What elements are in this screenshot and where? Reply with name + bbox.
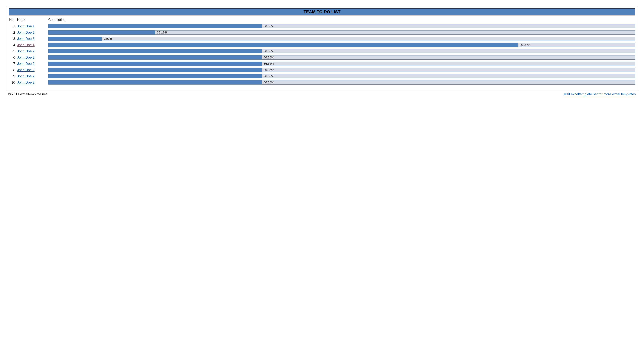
progress-bar-label: 36.36% xyxy=(264,24,274,28)
row-name-cell: John Doe 2 xyxy=(17,48,46,54)
row-completion-cell: 36.36% xyxy=(46,48,635,54)
progress-bar: 36.36% xyxy=(48,80,635,85)
column-header-no: No xyxy=(9,17,17,23)
progress-bar-fill xyxy=(48,74,262,78)
progress-bar-fill xyxy=(48,43,518,47)
row-completion-cell: 18.18% xyxy=(46,29,635,36)
row-name-cell: John Doe 2 xyxy=(17,73,46,79)
progress-bar: 36.36% xyxy=(48,74,635,78)
progress-bar-fill xyxy=(48,31,155,35)
person-link[interactable]: John Doe 2 xyxy=(17,31,34,35)
row-no: 7 xyxy=(9,61,17,67)
row-completion-cell: 36.36% xyxy=(46,79,635,86)
progress-bar-label: 36.36% xyxy=(264,49,274,53)
row-completion-cell: 36.36% xyxy=(46,54,635,61)
progress-bar: 36.36% xyxy=(48,49,635,53)
progress-bar-label: 36.36% xyxy=(264,62,274,66)
row-name-cell: John Doe 2 xyxy=(17,54,46,61)
row-no: 3 xyxy=(9,36,17,42)
progress-bar-fill xyxy=(48,37,102,41)
progress-bar-fill xyxy=(48,80,262,84)
progress-bar-fill xyxy=(48,68,262,72)
progress-bar-label: 36.36% xyxy=(264,56,274,59)
progress-bar: 9.09% xyxy=(48,37,635,41)
row-name-cell: John Doe 2 xyxy=(17,61,46,67)
progress-bar-label: 80.00% xyxy=(520,43,530,47)
progress-bar: 18.18% xyxy=(48,30,635,35)
row-completion-cell: 36.36% xyxy=(46,61,635,67)
row-name-cell: John Doe 3 xyxy=(17,36,46,42)
row-no: 6 xyxy=(9,54,17,61)
progress-bar-fill xyxy=(48,49,262,53)
progress-bar-fill xyxy=(48,62,262,66)
progress-bar-label: 18.18% xyxy=(157,31,168,34)
row-no: 10 xyxy=(9,79,17,86)
progress-bar: 36.36% xyxy=(48,62,635,66)
row-completion-cell: 36.36% xyxy=(46,73,635,79)
row-name-cell: John Doe 1 xyxy=(17,23,46,29)
row-completion-cell: 36.36% xyxy=(46,67,635,73)
person-link[interactable]: John Doe 2 xyxy=(17,74,34,78)
progress-bar: 36.36% xyxy=(48,24,635,28)
person-link[interactable]: John Doe 1 xyxy=(17,24,34,28)
report-frame: TEAM TO DO LIST No Name Completion 1John… xyxy=(6,6,638,90)
column-header-completion: Completion xyxy=(46,17,635,23)
row-completion-cell: 80.00% xyxy=(46,42,635,48)
progress-bar-fill xyxy=(48,24,262,28)
row-name-cell: John Doe 2 xyxy=(17,79,46,86)
footer: © 2011 exceltemplate.net visit exceltemp… xyxy=(6,90,638,96)
column-header-name: Name xyxy=(17,17,46,23)
row-completion-cell: 36.36% xyxy=(46,23,635,29)
progress-bar-label: 36.36% xyxy=(264,81,274,84)
row-no: 4 xyxy=(9,42,17,48)
person-link[interactable]: John Doe 2 xyxy=(17,80,34,84)
person-link[interactable]: John Doe 2 xyxy=(17,56,34,59)
row-name-cell: John Doe 4 xyxy=(17,42,46,48)
footer-link[interactable]: visit exceltemplate.net for more excel t… xyxy=(564,92,636,96)
progress-bar: 80.00% xyxy=(48,43,635,47)
row-no: 1 xyxy=(9,23,17,29)
progress-bar-label: 36.36% xyxy=(264,74,274,78)
progress-bar-label: 9.09% xyxy=(104,37,112,41)
data-grid: No Name Completion 1John Doe 136.36%2Joh… xyxy=(9,17,635,86)
person-link[interactable]: John Doe 3 xyxy=(17,37,34,41)
row-no: 5 xyxy=(9,48,17,54)
progress-bar-label: 36.36% xyxy=(264,68,274,72)
person-link[interactable]: John Doe 2 xyxy=(17,68,34,72)
person-link[interactable]: John Doe 2 xyxy=(17,49,34,53)
row-name-cell: John Doe 2 xyxy=(17,29,46,36)
progress-bar: 36.36% xyxy=(48,55,635,60)
row-completion-cell: 9.09% xyxy=(46,36,635,42)
row-name-cell: John Doe 2 xyxy=(17,67,46,73)
progress-bar-fill xyxy=(48,56,262,59)
copyright-text: © 2011 exceltemplate.net xyxy=(8,92,47,96)
row-no: 2 xyxy=(9,29,17,36)
person-link[interactable]: John Doe 4 xyxy=(17,43,34,47)
row-no: 8 xyxy=(9,67,17,73)
page-title: TEAM TO DO LIST xyxy=(9,8,635,16)
row-no: 9 xyxy=(9,73,17,79)
person-link[interactable]: John Doe 2 xyxy=(17,62,34,66)
progress-bar: 36.36% xyxy=(48,68,635,72)
